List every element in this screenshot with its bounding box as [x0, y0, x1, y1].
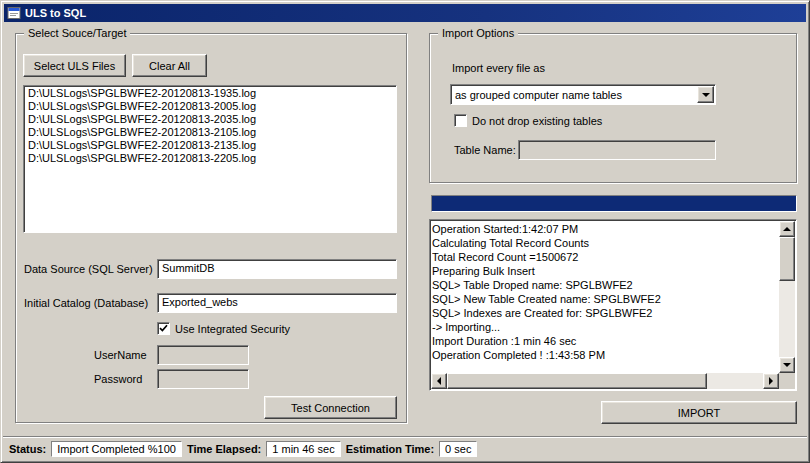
- table-name-input: [518, 140, 716, 160]
- list-item[interactable]: D:\ULSLogs\SPGLBWFE2-20120813-2105.log: [26, 126, 394, 139]
- do-not-drop-checkbox[interactable]: Do not drop existing tables: [454, 114, 602, 127]
- window-title: ULS to SQL: [25, 7, 86, 19]
- integrated-security-checkbox[interactable]: Use Integrated Security: [157, 322, 290, 335]
- clear-all-button[interactable]: Clear All: [132, 54, 207, 77]
- title-bar: ULS to SQL: [4, 4, 806, 22]
- username-label: UserName: [94, 349, 147, 361]
- chevron-down-icon: [702, 93, 710, 97]
- data-source-label: Data Source (SQL Server): [24, 263, 153, 275]
- scroll-up-button[interactable]: [779, 221, 795, 237]
- username-input: [157, 345, 249, 365]
- progress-fill: [432, 196, 796, 211]
- horizontal-scrollbar[interactable]: [431, 373, 779, 389]
- log-line: Operation Started:1:42:07 PM: [432, 222, 778, 236]
- status-value: Import Completed %100: [51, 441, 182, 457]
- app-window: ULS to SQL Select Souce/Target Select UL…: [0, 0, 810, 463]
- arrow-right-icon: [769, 377, 773, 385]
- import-mode-selected-value: as grouped computer name tables: [451, 89, 696, 101]
- do-not-drop-label: Do not drop existing tables: [472, 115, 602, 127]
- time-elapsed-value: 1 min 46 sec: [266, 441, 340, 457]
- log-line: Total Record Count =1500672: [432, 250, 778, 264]
- data-source-input[interactable]: SummitDB: [157, 259, 397, 279]
- check-icon: [159, 324, 168, 333]
- arrow-left-icon: [437, 377, 441, 385]
- test-connection-button[interactable]: Test Connection: [264, 396, 397, 419]
- import-every-file-as-label: Import every file as: [452, 62, 545, 74]
- list-item[interactable]: D:\ULSLogs\SPGLBWFE2-20120813-2205.log: [26, 152, 394, 165]
- time-elapsed-label: Time Elapsed:: [187, 443, 261, 455]
- list-item[interactable]: D:\ULSLogs\SPGLBWFE2-20120813-2135.log: [26, 139, 394, 152]
- scroll-right-button[interactable]: [763, 373, 779, 389]
- import-options-group-label: Import Options: [438, 27, 518, 40]
- log-line: SQL> Table Droped name: SPGLBWFE2: [432, 278, 778, 292]
- log-line: -> Importing...: [432, 320, 778, 334]
- scrollbar-corner: [779, 373, 795, 389]
- scroll-down-button[interactable]: [779, 357, 795, 373]
- table-name-label: Table Name:: [454, 144, 516, 156]
- password-input: [157, 369, 249, 389]
- horizontal-scroll-thumb[interactable]: [447, 373, 707, 389]
- initial-catalog-label: Initial Catalog (Database): [24, 297, 148, 309]
- status-label: Status:: [9, 443, 46, 455]
- checkbox-box[interactable]: [157, 322, 170, 335]
- log-line: SQL> Indexes are Created for: SPGLBWFE2: [432, 306, 778, 320]
- checkbox-box[interactable]: [454, 114, 467, 127]
- import-button[interactable]: IMPORT: [601, 401, 797, 424]
- import-options-group: Import Options Import every file as as g…: [429, 33, 797, 183]
- estimation-time-label: Estimation Time:: [346, 443, 434, 455]
- integrated-security-label: Use Integrated Security: [175, 323, 290, 335]
- status-bar: Status: Import Completed %100 Time Elaps…: [3, 436, 807, 460]
- combobox-dropdown-button[interactable]: [697, 86, 714, 103]
- select-uls-files-button[interactable]: Select ULS Files: [23, 54, 126, 77]
- initial-catalog-input[interactable]: Exported_webs: [157, 293, 397, 313]
- log-line: SQL> New Table Created name: SPGLBWFE2: [432, 292, 778, 306]
- log-line: Operation Completed ! :1:43:58 PM: [432, 348, 778, 362]
- scroll-left-button[interactable]: [431, 373, 447, 389]
- vertical-scrollbar[interactable]: [779, 221, 795, 373]
- import-mode-combobox[interactable]: as grouped computer name tables: [450, 84, 716, 105]
- log-line: Calculating Total Record Counts: [432, 236, 778, 250]
- arrow-up-icon: [783, 227, 791, 231]
- app-icon: [7, 6, 21, 20]
- arrow-down-icon: [783, 363, 791, 367]
- source-target-group: Select Souce/Target Select ULS Files Cle…: [15, 33, 407, 423]
- list-item[interactable]: D:\ULSLogs\SPGLBWFE2-20120813-2005.log: [26, 100, 394, 113]
- list-item[interactable]: D:\ULSLogs\SPGLBWFE2-20120813-1935.log: [26, 87, 394, 100]
- password-label: Password: [94, 373, 142, 385]
- list-item[interactable]: D:\ULSLogs\SPGLBWFE2-20120813-2035.log: [26, 113, 394, 126]
- source-target-group-label: Select Souce/Target: [24, 27, 130, 40]
- import-progress-bar: [431, 195, 797, 212]
- uls-files-listbox[interactable]: D:\ULSLogs\SPGLBWFE2-20120813-1935.log D…: [23, 85, 397, 233]
- log-output-textbox[interactable]: Operation Started:1:42:07 PM Calculating…: [429, 219, 797, 391]
- log-line: Preparing Bulk Insert: [432, 264, 778, 278]
- vertical-scroll-thumb[interactable]: [779, 237, 795, 281]
- log-text: Operation Started:1:42:07 PM Calculating…: [432, 222, 778, 372]
- estimation-time-value: 0 sec: [439, 441, 477, 457]
- log-line: Import Duration :1 min 46 sec: [432, 334, 778, 348]
